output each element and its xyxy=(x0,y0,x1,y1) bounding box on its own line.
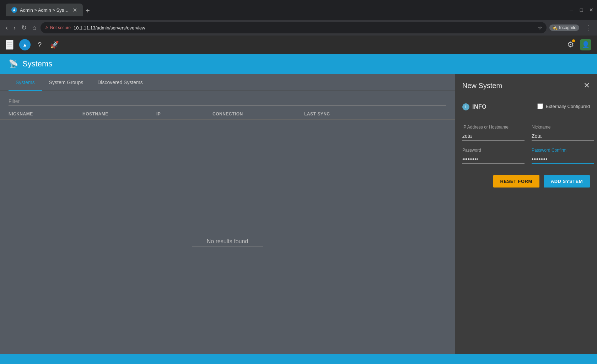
new-tab-button[interactable]: + xyxy=(83,5,93,16)
main-area: Systems System Groups Discovered Systems… xyxy=(0,74,597,364)
col-ip: IP xyxy=(156,112,210,116)
bottom-bar xyxy=(0,354,597,364)
right-panel-body: i INFO Externally Configured IP Address … xyxy=(455,96,597,364)
nickname-label: Nickname xyxy=(532,125,594,130)
maximize-button[interactable]: □ xyxy=(579,7,584,13)
left-panel: Systems System Groups Discovered Systems… xyxy=(0,74,455,364)
right-panel: New System ✕ i INFO Externally Configure… xyxy=(455,74,597,364)
table-header: NICKNAME HOSTNAME IP CONNECTION LAST SYN… xyxy=(0,109,455,120)
no-results-text: No results found xyxy=(192,238,263,245)
browser-tab[interactable]: A Admin > Admin > System... ✕ xyxy=(6,4,83,16)
incognito-badge: 🕵 Incognito xyxy=(549,25,579,31)
user-avatar-icon: 👤 xyxy=(582,41,590,49)
app-logo: ▲ xyxy=(19,39,31,50)
incognito-icon: 🕵 xyxy=(552,25,558,30)
password-confirm-label: Password Confirm xyxy=(532,148,594,153)
tab-close-button[interactable]: ✕ xyxy=(72,7,77,13)
bookmark-icon[interactable]: ☆ xyxy=(538,25,542,31)
no-results-container: No results found xyxy=(192,238,263,246)
warning-icon: ⚠ xyxy=(45,25,49,30)
section-label: INFO xyxy=(472,104,486,110)
externally-configured-checkbox[interactable] xyxy=(537,103,543,109)
info-icon: i xyxy=(462,103,469,110)
minimize-button[interactable]: ─ xyxy=(569,7,574,13)
action-row: RESET FORM ADD SYSTEM xyxy=(462,175,590,188)
settings-icon-wrap[interactable]: ⚙ xyxy=(567,40,574,49)
col-nickname: NICKNAME xyxy=(9,112,80,116)
tab-systems[interactable]: Systems xyxy=(9,74,42,91)
password-confirm-input[interactable] xyxy=(532,155,594,164)
add-system-button[interactable]: ADD SYSTEM xyxy=(544,175,590,188)
tab-bar: A Admin > Admin > System... ✕ + xyxy=(6,4,569,16)
password-input[interactable] xyxy=(462,155,525,164)
tabs-bar: Systems System Groups Discovered Systems xyxy=(0,74,455,91)
back-button[interactable]: ‹ xyxy=(4,23,9,33)
help-button[interactable]: ? xyxy=(36,39,43,50)
url-display: 10.1.11.13/admin/servers/overview xyxy=(74,25,145,31)
ip-label: IP Address or Hostname xyxy=(462,125,525,130)
refresh-button[interactable]: ↻ xyxy=(20,22,28,33)
nickname-input[interactable] xyxy=(532,132,594,141)
deploy-button[interactable]: 🚀 xyxy=(49,39,60,50)
filter-row xyxy=(0,91,455,109)
password-field: Password xyxy=(462,148,525,164)
forward-button[interactable]: › xyxy=(12,23,17,33)
page-header: 📡 Systems xyxy=(0,54,597,74)
password-row: Password Password Confirm xyxy=(462,148,590,164)
tab-system-groups[interactable]: System Groups xyxy=(42,74,90,91)
ip-field: IP Address or Hostname xyxy=(462,125,525,141)
col-hostname: HOSTNAME xyxy=(82,112,154,116)
browser-chrome: A Admin > Admin > System... ✕ + ─ □ ✕ xyxy=(0,0,597,20)
right-panel-title: New System xyxy=(462,82,502,90)
user-avatar[interactable]: 👤 xyxy=(580,39,591,50)
close-window-button[interactable]: ✕ xyxy=(588,7,594,13)
home-button[interactable]: ⌂ xyxy=(31,23,38,33)
extensions-button[interactable]: ⋮ xyxy=(583,22,593,33)
reset-form-button[interactable]: RESET FORM xyxy=(493,175,539,188)
ip-nickname-row: IP Address or Hostname Nickname xyxy=(462,125,590,141)
close-panel-button[interactable]: ✕ xyxy=(583,81,590,90)
notification-badge xyxy=(571,39,576,43)
address-bar[interactable]: ⚠ Not secure 10.1.11.13/admin/servers/ov… xyxy=(41,22,547,33)
app-toolbar: ☰ ▲ ? 🚀 ⚙ 👤 xyxy=(0,36,597,54)
section-title: i INFO xyxy=(462,103,486,110)
security-indicator: ⚠ Not secure xyxy=(45,25,71,30)
systems-icon: 📡 xyxy=(9,59,18,69)
tab-title: Admin > Admin > System... xyxy=(20,7,70,13)
table-body: No results found xyxy=(0,120,455,364)
address-bar-row: ‹ › ↻ ⌂ ⚠ Not secure 10.1.11.13/admin/se… xyxy=(0,20,597,36)
nickname-field: Nickname xyxy=(532,125,594,141)
browser-right-controls: 🕵 Incognito ⋮ xyxy=(549,22,593,33)
password-confirm-field: Password Confirm xyxy=(532,148,594,164)
hamburger-menu-button[interactable]: ☰ xyxy=(6,40,14,50)
col-connection: CONNECTION xyxy=(213,112,301,116)
externally-configured-row: Externally Configured xyxy=(537,103,590,109)
col-last-sync: LAST SYNC xyxy=(304,112,375,116)
password-label: Password xyxy=(462,148,525,153)
tab-favicon: A xyxy=(11,7,17,13)
page-title: Systems xyxy=(22,59,52,69)
no-results-underline xyxy=(192,246,263,246)
tab-discovered-systems[interactable]: Discovered Systems xyxy=(90,74,150,91)
externally-configured-label: Externally Configured xyxy=(546,104,590,109)
toolbar-right: ⚙ 👤 xyxy=(567,39,591,50)
right-panel-header: New System ✕ xyxy=(455,74,597,96)
ip-input[interactable] xyxy=(462,132,525,141)
filter-input[interactable] xyxy=(9,97,446,106)
